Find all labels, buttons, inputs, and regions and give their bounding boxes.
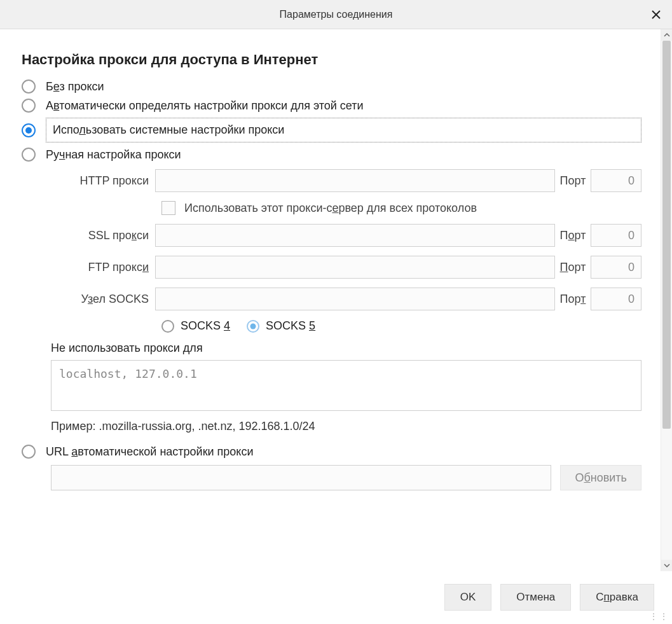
ftp-proxy-label: FTP прокси (51, 261, 155, 274)
close-button[interactable] (647, 5, 666, 24)
help-button[interactable]: Справка (580, 584, 654, 611)
radio-no-proxy[interactable] (22, 80, 36, 94)
http-port-input[interactable] (591, 169, 641, 192)
pac-url-input[interactable] (51, 465, 551, 490)
socks-version-row: SOCKS 4 SOCKS 5 (161, 319, 641, 333)
scrollbar-thumb[interactable] (662, 41, 671, 429)
no-proxy-example: Пример: .mozilla-russia.org, .net.nz, 19… (51, 420, 641, 433)
no-proxy-for-textarea[interactable] (51, 360, 641, 411)
proxy-settings-table: HTTP прокси Порт Использовать этот прокс… (51, 169, 641, 333)
pac-url-row: Обновить (51, 465, 641, 490)
ssl-proxy-label: SSL прокси (51, 229, 155, 242)
ftp-port-input[interactable] (591, 256, 641, 279)
socks-host-input[interactable] (155, 288, 555, 310)
radio-socks5[interactable] (247, 320, 259, 333)
radio-label-use-system: Использовать системные настройки прокси (53, 123, 284, 136)
socks-host-row: Узел SOCKS Порт (51, 288, 641, 310)
dialog-body: Настройка прокси для доступа в Интернет … (0, 29, 672, 571)
socks-port-label: Порт (555, 293, 591, 306)
http-proxy-label: HTTP прокси (51, 174, 155, 188)
ok-button[interactable]: OK (444, 584, 492, 611)
radio-row-pac[interactable]: URL автоматической настройки прокси (22, 445, 641, 459)
focused-option-box: Использовать системные настройки прокси (46, 118, 641, 142)
radio-row-use-system[interactable]: Использовать системные настройки прокси (22, 118, 641, 142)
dialog-footer: OK Отмена Справка (0, 571, 672, 623)
close-icon (652, 10, 661, 19)
scroll-down-arrow[interactable] (661, 560, 672, 571)
ssl-proxy-input[interactable] (155, 224, 555, 247)
radio-row-no-proxy[interactable]: Без прокси (22, 80, 641, 94)
use-for-all-checkbox[interactable] (161, 201, 175, 215)
ftp-port-label: Порт (555, 261, 591, 274)
no-proxy-for-label: Не использовать прокси для (51, 342, 641, 355)
vertical-scrollbar[interactable] (661, 29, 672, 571)
resize-grip[interactable]: ⋮⋮ (649, 611, 669, 621)
ssl-proxy-row: SSL прокси Порт (51, 224, 641, 247)
radio-row-auto-detect[interactable]: Автоматически определять настройки прокс… (22, 99, 641, 113)
radio-pac[interactable] (22, 445, 36, 459)
radio-label-manual: Ручная настройка прокси (46, 148, 181, 162)
refresh-button[interactable]: Обновить (560, 465, 641, 490)
section-heading: Настройка прокси для доступа в Интернет (22, 52, 641, 68)
cancel-button[interactable]: Отмена (500, 584, 571, 611)
radio-row-manual[interactable]: Ручная настройка прокси (22, 148, 641, 162)
http-port-label: Порт (555, 174, 591, 188)
radio-label-socks4: SOCKS 4 (181, 319, 230, 333)
content-area: Настройка прокси для доступа в Интернет … (0, 29, 661, 571)
radio-manual[interactable] (22, 148, 36, 162)
http-proxy-input[interactable] (155, 169, 555, 192)
socks-host-label: Узел SOCKS (51, 293, 155, 306)
radio-socks4[interactable] (161, 320, 174, 333)
use-for-all-row[interactable]: Использовать этот прокси-сервер для всех… (161, 201, 641, 215)
dialog-title: Параметры соединения (280, 9, 393, 20)
chevron-up-icon (664, 33, 670, 37)
http-proxy-row: HTTP прокси Порт (51, 169, 641, 192)
ssl-port-input[interactable] (591, 224, 641, 247)
radio-label-socks5: SOCKS 5 (266, 319, 315, 333)
radio-label-no-proxy: Без прокси (46, 80, 104, 94)
use-for-all-label: Использовать этот прокси-сервер для всех… (184, 202, 477, 215)
ftp-proxy-row: FTP прокси Порт (51, 256, 641, 279)
radio-label-pac: URL автоматической настройки прокси (46, 445, 254, 459)
chevron-down-icon (664, 564, 670, 567)
radio-auto-detect[interactable] (22, 99, 36, 113)
titlebar: Параметры соединения (0, 0, 672, 29)
socks-port-input[interactable] (591, 288, 641, 310)
scroll-up-arrow[interactable] (661, 29, 672, 41)
radio-label-auto-detect: Автоматически определять настройки прокс… (46, 99, 364, 113)
radio-use-system[interactable] (22, 123, 36, 137)
ssl-port-label: Порт (555, 229, 591, 242)
ftp-proxy-input[interactable] (155, 256, 555, 279)
